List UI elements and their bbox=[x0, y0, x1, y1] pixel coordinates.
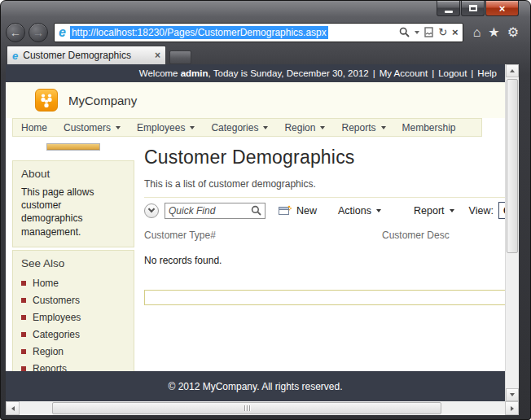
address-bar-row: ← → e http://localhost:18230/Pages/Custo… bbox=[6, 19, 519, 45]
chevron-down-icon bbox=[320, 126, 325, 129]
menu-item-home[interactable]: Home bbox=[13, 122, 55, 133]
company-logo-icon[interactable] bbox=[35, 89, 58, 112]
actions-button[interactable]: Actions bbox=[338, 205, 381, 217]
tab-favicon-icon: e bbox=[12, 50, 18, 61]
tools-gear-icon[interactable]: ⚙ bbox=[507, 26, 519, 39]
new-record-icon bbox=[279, 205, 292, 216]
grip-icon bbox=[247, 405, 248, 411]
list-item: Customers bbox=[21, 292, 125, 309]
close-button[interactable]: × bbox=[485, 1, 519, 16]
search-icon[interactable] bbox=[399, 27, 410, 37]
menu-item-customers[interactable]: Customers bbox=[55, 122, 129, 133]
scroll-down-button[interactable] bbox=[506, 388, 519, 401]
stop-icon[interactable]: × bbox=[452, 27, 459, 37]
tab-customer-demographics[interactable]: e Customer Demographics × bbox=[7, 46, 166, 64]
horizontal-scroll-track[interactable] bbox=[20, 401, 505, 415]
tab-close-icon[interactable]: × bbox=[155, 50, 160, 60]
browser-chrome-icons: ⌂ ★ ⚙ bbox=[473, 26, 519, 39]
address-field-icons: ↻ × bbox=[399, 27, 459, 37]
view-label: View: bbox=[469, 205, 494, 217]
browser-window: × ← → e http://localhost:18230/Pages/Cus… bbox=[0, 0, 531, 420]
tab-title: Customer Demographics bbox=[23, 50, 150, 61]
compatibility-view-icon[interactable] bbox=[424, 27, 433, 37]
separator: | bbox=[471, 68, 473, 78]
menu-item-employees[interactable]: Employees bbox=[129, 122, 203, 133]
report-button[interactable]: Report bbox=[414, 205, 454, 217]
home-icon[interactable]: ⌂ bbox=[473, 26, 481, 39]
back-button[interactable]: ← bbox=[6, 23, 25, 42]
list-item: Home bbox=[21, 275, 125, 292]
scroll-left-button[interactable] bbox=[6, 401, 20, 415]
sidebar-link-customers[interactable]: Customers bbox=[33, 295, 80, 306]
vertical-scroll-track[interactable] bbox=[506, 77, 519, 388]
grip-icon bbox=[244, 405, 245, 411]
sidebar-link-categories[interactable]: Categories bbox=[33, 329, 80, 340]
my-account-link[interactable]: My Account bbox=[380, 68, 428, 78]
title-bar: × bbox=[6, 1, 519, 19]
grid-header-row: Customer Type# Customer Desc bbox=[144, 230, 505, 241]
list-item: Categories bbox=[21, 326, 125, 343]
scroll-up-button[interactable] bbox=[506, 64, 519, 77]
grid-illustration-image bbox=[46, 143, 100, 151]
quick-find-expand-button[interactable] bbox=[144, 203, 159, 218]
report-button-label: Report bbox=[414, 205, 445, 217]
arrow-down-icon bbox=[510, 393, 515, 396]
menu-item-categories[interactable]: Categories bbox=[203, 122, 276, 133]
refresh-icon[interactable]: ↻ bbox=[438, 27, 447, 37]
grid-illustration-header bbox=[47, 144, 99, 150]
horizontal-scroll-thumb[interactable] bbox=[52, 402, 441, 414]
bullet-icon bbox=[21, 298, 26, 303]
arrow-right-icon bbox=[511, 406, 514, 411]
vertical-scroll-thumb[interactable] bbox=[507, 79, 518, 253]
actions-button-label: Actions bbox=[338, 205, 371, 217]
main-menu: Home Customers Employees Categories Regi… bbox=[12, 118, 482, 137]
chevron-down-icon bbox=[190, 126, 195, 129]
menu-item-reports[interactable]: Reports bbox=[333, 122, 393, 133]
window-controls: × bbox=[436, 1, 519, 16]
list-item: Reports bbox=[21, 361, 125, 371]
forward-icon: → bbox=[33, 27, 44, 38]
sidebar-link-region[interactable]: Region bbox=[33, 346, 64, 357]
arrow-left-icon bbox=[11, 406, 15, 411]
column-header-customer-desc: Customer Desc bbox=[382, 230, 505, 241]
username: admin bbox=[181, 68, 208, 78]
new-button[interactable]: New bbox=[279, 205, 317, 217]
url-text[interactable]: http://localhost:18230/Pages/CustomerDem… bbox=[70, 26, 328, 39]
about-title: About bbox=[21, 168, 125, 180]
menu-item-region[interactable]: Region bbox=[276, 122, 333, 133]
logout-link[interactable]: Logout bbox=[438, 68, 467, 78]
grid-toolbar: New Actions Report View: Customer Demogr… bbox=[144, 197, 505, 220]
vertical-scrollbar[interactable] bbox=[505, 64, 519, 401]
forward-button[interactable]: → bbox=[29, 23, 48, 42]
see-also-links: Home Customers Employees Categories Regi… bbox=[21, 275, 125, 371]
chevron-down-icon bbox=[116, 126, 121, 129]
brand-name[interactable]: MyCompany bbox=[68, 94, 137, 107]
bullet-icon bbox=[21, 281, 26, 286]
new-tab-button[interactable] bbox=[169, 50, 191, 64]
menu-item-membership[interactable]: Membership bbox=[394, 122, 464, 133]
sidebar-link-reports[interactable]: Reports bbox=[33, 363, 67, 371]
address-bar[interactable]: e http://localhost:18230/Pages/CustomerD… bbox=[54, 23, 463, 42]
scroll-right-button[interactable] bbox=[505, 401, 519, 415]
page-title: Customer Demographics bbox=[144, 147, 505, 168]
chevron-down-icon bbox=[450, 209, 454, 212]
search-dropdown-icon[interactable] bbox=[415, 31, 419, 34]
maximize-button[interactable] bbox=[461, 1, 485, 16]
sidebar-link-home[interactable]: Home bbox=[33, 278, 59, 289]
list-item: Region bbox=[21, 343, 125, 361]
back-icon: ← bbox=[10, 27, 21, 38]
chevron-down-icon bbox=[381, 126, 386, 129]
view-select[interactable]: Customer Demographics bbox=[498, 202, 505, 219]
welcome-bar: Welcome admin, Today is Sunday, December… bbox=[6, 64, 505, 82]
bullet-icon bbox=[21, 349, 26, 354]
sidebar-link-employees[interactable]: Employees bbox=[33, 312, 81, 323]
about-text: This page allows customer demographics m… bbox=[21, 186, 125, 238]
minimize-button[interactable] bbox=[437, 1, 460, 16]
help-link[interactable]: Help bbox=[477, 68, 497, 78]
maximize-icon bbox=[469, 5, 477, 11]
favorites-star-icon[interactable]: ★ bbox=[488, 26, 499, 39]
quick-find-input[interactable] bbox=[169, 205, 251, 217]
horizontal-scrollbar[interactable] bbox=[6, 401, 519, 415]
bullet-icon bbox=[21, 332, 26, 337]
search-icon[interactable] bbox=[251, 205, 261, 216]
